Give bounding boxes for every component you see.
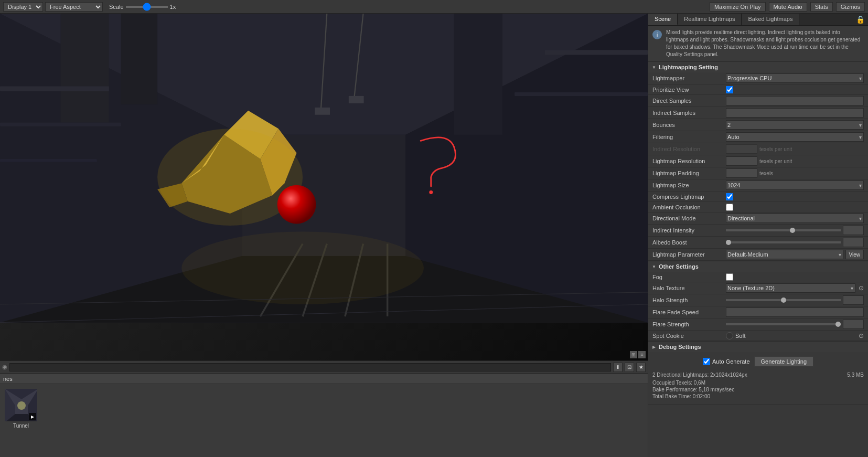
svg-point-18 [277, 185, 316, 224]
asset-icon-1[interactable]: ⬆ [613, 363, 623, 372]
other-settings-title: Other Settings [659, 263, 699, 270]
prioritize-view-checkbox[interactable] [726, 86, 733, 93]
tab-scene[interactable]: Scene [648, 14, 678, 25]
display-select[interactable]: Display 1 [3, 2, 43, 12]
halo-texture-select[interactable]: None (Texture 2D) [726, 283, 855, 293]
filtering-select[interactable]: Auto [726, 132, 864, 142]
main-area: ⊞ ≡ ◉ ⬆ ⊡ ★ nes [0, 14, 868, 457]
indirect-intensity-slider[interactable] [726, 229, 841, 231]
directional-mode-select[interactable]: Directional [726, 214, 864, 223]
lightmapper-label: Lightmapper [652, 75, 726, 81]
row-lightmap-size: Lightmap Size 1024 [648, 179, 868, 192]
bounces-select[interactable]: 2 [726, 120, 864, 130]
flare-strength-number[interactable]: 1 [843, 320, 864, 329]
asset-item-tunnel[interactable]: ▶ Tunnel [4, 388, 38, 453]
aspect-select[interactable]: Free Aspect [45, 2, 103, 12]
row-lightmap-padding: Lightmap Padding 2 texels [648, 167, 868, 179]
settings-scroll[interactable]: ▼ Lightmapping Setting Lightmapper Progr… [648, 62, 868, 457]
halo-strength-number[interactable]: 0,5 [843, 295, 864, 305]
asset-icon-3[interactable]: ★ [636, 363, 646, 372]
indirect-intensity-label: Indirect Intensity [652, 227, 726, 233]
right-panel: Scene Realtime Lightmaps Baked Lightmaps… [648, 14, 868, 457]
asset-icon-2[interactable]: ⊡ [625, 363, 634, 372]
fog-checkbox[interactable] [726, 273, 733, 281]
lightmap-resolution-input[interactable]: 40 [726, 156, 757, 166]
gizmos-btn[interactable]: Gizmos [836, 2, 865, 12]
asset-toolbar-icons: ⬆ ⊡ ★ [613, 363, 646, 372]
generate-lighting-btn[interactable]: Generate Lighting [754, 356, 813, 367]
albedo-boost-slider[interactable] [726, 241, 841, 243]
other-settings-header[interactable]: ▼ Other Settings [648, 261, 868, 272]
row-prioritize-view: Prioritize View [648, 84, 868, 95]
debug-header[interactable]: ▶ Debug Settings [648, 342, 868, 352]
lightmapper-select[interactable]: Progressive CPU [726, 73, 864, 83]
compress-lightmap-checkbox[interactable] [726, 193, 733, 200]
compress-lightmap-value [726, 193, 864, 200]
indirect-samples-value: 500 [726, 108, 864, 118]
lightmap-padding-input[interactable]: 2 [726, 168, 757, 178]
top-toolbar: Display 1 Free Aspect Scale 1x Maximize … [0, 0, 868, 14]
scene-background: ⊞ ≡ [0, 14, 648, 360]
row-spot-cookie: Spot Cookie Soft ⊙ [648, 331, 868, 341]
stats-row-3: Bake Performance: 5,18 mrays/sec [652, 387, 864, 392]
debug-section: ▶ Debug Settings Auto Generate Generate … [648, 342, 868, 405]
lightmap-resolution-label: Lightmap Resolution [652, 158, 726, 164]
halo-texture-pick-icon[interactable]: ⊙ [859, 284, 864, 292]
flare-fade-speed-input[interactable]: 3 [726, 307, 864, 317]
directional-mode-dropdown-wrapper: Directional [726, 214, 864, 223]
lightmapper-value: Progressive CPU [726, 73, 864, 83]
svg-point-17 [181, 232, 424, 305]
direct-samples-value: 32 [726, 96, 864, 105]
mute-btn[interactable]: Mute Audio [769, 2, 807, 12]
flare-fade-speed-label: Flare Fade Speed [652, 309, 726, 315]
scene-render [0, 14, 648, 323]
other-settings-arrow: ▼ [651, 264, 657, 269]
directional-mode-label: Directional Mode [652, 215, 726, 221]
albedo-boost-number[interactable]: 1 [843, 238, 864, 247]
tab-baked[interactable]: Baked Lightmaps [742, 14, 799, 25]
svg-rect-23 [0, 159, 97, 162]
maximize-btn[interactable]: Maximize On Play [710, 2, 766, 12]
info-icon: i [652, 30, 662, 39]
scale-value: 1x [170, 4, 176, 10]
indirect-intensity-number[interactable]: 1,17 [843, 226, 864, 235]
bounces-label: Bounces [652, 122, 726, 128]
stats-btn[interactable]: Stats [810, 2, 833, 12]
corner-icon-2: ≡ [638, 351, 646, 358]
direct-samples-input[interactable]: 32 [726, 96, 864, 105]
tab-lock-icon[interactable]: 🔒 [853, 14, 868, 25]
asset-toolbar: ◉ ⬆ ⊡ ★ [0, 360, 648, 373]
row-albedo-boost: Albedo Boost 1 [648, 237, 868, 249]
ambient-occlusion-checkbox[interactable] [726, 204, 733, 211]
lightmapping-header[interactable]: ▼ Lightmapping Setting [648, 62, 868, 72]
search-input[interactable] [9, 363, 611, 371]
left-panel: ⊞ ≡ ◉ ⬆ ⊡ ★ nes [0, 14, 648, 457]
lightmap-parameter-view-btn[interactable]: View [845, 250, 864, 259]
indirect-samples-input[interactable]: 500 [726, 108, 864, 118]
indirect-resolution-input: 2 [726, 144, 757, 154]
spot-cookie-value: Soft ⊙ [726, 332, 864, 339]
row-indirect-resolution: Indirect Resolution 2 texels per unit [648, 143, 868, 155]
halo-texture-label: Halo Texture [652, 285, 726, 291]
scale-slider[interactable] [126, 6, 168, 8]
svg-point-29 [429, 190, 433, 194]
indirect-resolution-label: Indirect Resolution [652, 146, 726, 152]
prioritize-view-label: Prioritize View [652, 87, 726, 93]
auto-generate-checkbox[interactable] [703, 358, 710, 365]
halo-texture-value: None (Texture 2D) ⊙ [726, 283, 864, 293]
toolbar-right: Maximize On Play Mute Audio Stats Gizmos [710, 2, 865, 12]
assets-content: ▶ Tunnel [0, 384, 648, 457]
tab-realtime[interactable]: Realtime Lightmaps [678, 14, 742, 25]
scene-viewport[interactable]: ⊞ ≡ [0, 14, 648, 360]
lightmap-parameter-select[interactable]: Default-Medium [726, 250, 843, 259]
flare-strength-slider[interactable] [726, 323, 841, 325]
svg-rect-21 [0, 87, 109, 91]
lightmap-size-select[interactable]: 1024 [726, 180, 864, 190]
spot-cookie-pick-icon[interactable]: ⊙ [859, 332, 864, 339]
halo-strength-slider[interactable] [726, 299, 841, 301]
viewport-corner-icons: ⊞ ≡ [630, 351, 646, 358]
lightmap-padding-unit: texels [759, 171, 773, 176]
prioritize-view-value [726, 86, 864, 93]
indirect-resolution-unit: texels per unit [759, 146, 792, 152]
row-directional-mode: Directional Mode Directional [648, 212, 868, 225]
